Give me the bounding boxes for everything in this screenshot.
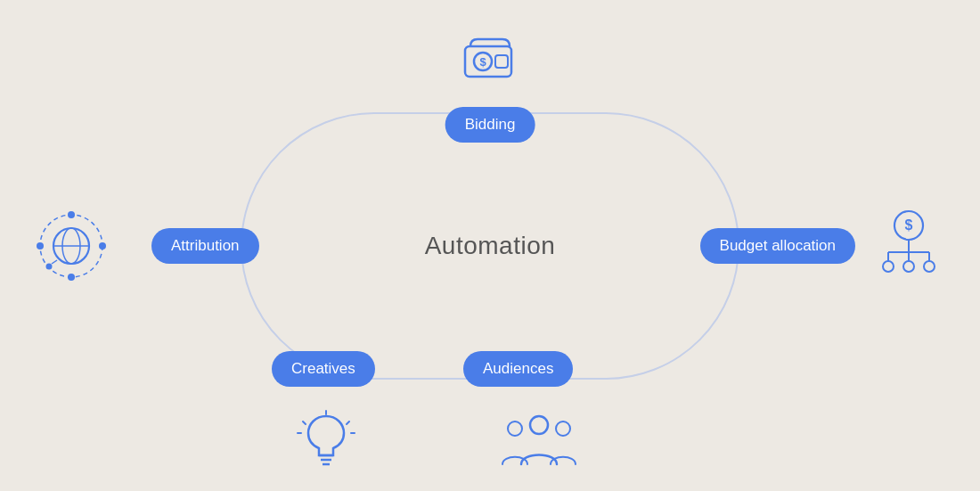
svg-point-22 (903, 261, 914, 272)
svg-rect-0 (465, 46, 511, 77)
bidding-icon: $ (458, 27, 522, 91)
svg-point-12 (46, 263, 53, 269)
svg-point-34 (556, 421, 570, 436)
creatives-icon (294, 409, 358, 473)
svg-point-10 (68, 274, 75, 281)
diagram-container: Automation Bidding Attribution Budget al… (0, 0, 980, 491)
svg-point-32 (530, 416, 548, 434)
audiences-label: Audiences (463, 351, 573, 387)
svg-line-29 (347, 421, 349, 424)
center-label: Automation (425, 232, 556, 260)
svg-text:$: $ (479, 55, 486, 69)
svg-point-23 (924, 261, 935, 272)
audiences-icon (499, 409, 579, 473)
svg-line-28 (303, 421, 306, 424)
svg-line-13 (52, 260, 57, 264)
attribution-icon (31, 206, 111, 286)
attribution-label: Attribution (151, 228, 259, 264)
svg-point-9 (99, 242, 106, 250)
bidding-label: Bidding (445, 107, 535, 143)
creatives-label: Creatives (272, 351, 375, 387)
svg-point-8 (68, 211, 75, 218)
svg-point-21 (883, 261, 894, 272)
svg-rect-3 (495, 55, 508, 68)
budget-allocation-icon: $ (869, 206, 949, 286)
svg-text:$: $ (905, 217, 913, 233)
budget-label: Budget allocation (700, 228, 855, 264)
svg-point-11 (37, 242, 44, 250)
svg-point-33 (508, 421, 522, 436)
